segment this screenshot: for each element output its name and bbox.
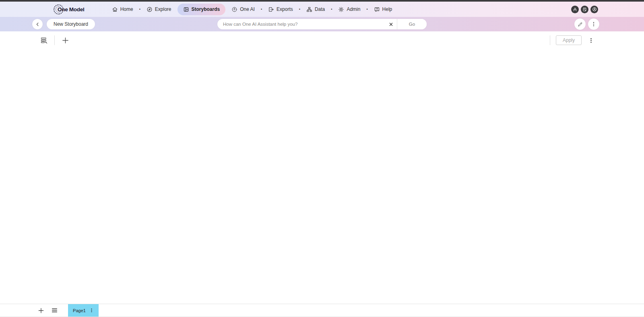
toolbar-divider <box>550 35 550 45</box>
toolbar-divider <box>54 35 55 45</box>
ai-assistant-search: Go <box>217 19 427 29</box>
data-icon <box>306 6 312 12</box>
admin-icon <box>338 6 344 12</box>
nav-admin-label: Admin <box>347 6 360 12</box>
chevron-left-icon <box>35 22 40 27</box>
pencil-icon <box>578 22 583 27</box>
logo-word-one: One <box>58 6 68 12</box>
nav-separator-dot: • <box>139 8 140 11</box>
nav-home-label: Home <box>120 6 133 12</box>
nav-admin[interactable]: Admin <box>337 5 361 14</box>
nav-help[interactable]: Help <box>373 5 393 14</box>
assistant-input[interactable] <box>217 22 385 27</box>
content-list-button[interactable] <box>39 36 49 45</box>
nav-explore[interactable]: Explore <box>146 5 172 14</box>
close-icon <box>388 22 394 27</box>
logo-word-model: Model <box>69 6 85 12</box>
nav-explore-label: Explore <box>155 6 171 12</box>
nav-help-label: Help <box>382 6 392 12</box>
add-widget-button[interactable] <box>60 35 70 45</box>
nav-separator-dot: • <box>331 8 332 11</box>
nav-data-label: Data <box>315 6 325 12</box>
home-icon <box>112 6 118 12</box>
whats-new-icon <box>582 7 587 12</box>
clear-input-button[interactable] <box>385 19 397 29</box>
nav-storyboards-label: Storyboards <box>192 6 220 12</box>
nav-exports-label: Exports <box>277 6 293 12</box>
nav-one-ai-label: One AI <box>240 6 255 12</box>
one-ai-icon <box>231 6 237 12</box>
one-model-logo[interactable]: OneModel <box>54 4 85 14</box>
kebab-menu-icon <box>588 37 594 43</box>
account-button[interactable] <box>590 6 598 13</box>
nav-exports[interactable]: Exports <box>267 5 294 14</box>
nav-separator-dot: • <box>261 8 262 11</box>
page-tab-menu-icon[interactable] <box>89 308 94 313</box>
plus-icon <box>61 36 70 45</box>
whats-new-button[interactable] <box>581 6 588 13</box>
add-page-button[interactable] <box>36 305 46 316</box>
storyboard-title[interactable]: New Storyboard <box>47 19 95 29</box>
storyboard-canvas[interactable] <box>0 49 644 304</box>
page-tab-label: Page1 <box>73 308 86 313</box>
user-management-button[interactable] <box>571 6 579 13</box>
nav-storyboards[interactable]: Storyboards <box>178 4 226 15</box>
nav-separator-dot: • <box>366 8 367 11</box>
storyboard-header-bar: New Storyboard Go <box>0 17 644 31</box>
apply-button[interactable]: Apply <box>556 35 582 45</box>
main-nav: Home • Explore Storyboards One AI <box>111 4 393 15</box>
page-bar: Page1 <box>0 304 644 317</box>
help-icon <box>374 6 380 12</box>
go-button[interactable]: Go <box>397 19 427 29</box>
page-tab-page1[interactable]: Page1 <box>68 304 99 317</box>
plus-icon <box>37 307 45 314</box>
canvas-menu-button[interactable] <box>587 37 595 44</box>
canvas-toolbar: Apply <box>0 31 644 49</box>
top-nav-bar: OneModel Home • Explore Storyboards <box>0 2 644 17</box>
logo-text: OneModel <box>58 6 85 12</box>
nav-home[interactable]: Home <box>111 5 134 14</box>
nav-separator-dot: • <box>299 8 300 11</box>
edit-storyboard-button[interactable] <box>574 19 586 30</box>
nav-one-ai[interactable]: One AI <box>231 5 256 14</box>
back-button[interactable] <box>32 19 43 29</box>
storyboard-header-actions <box>574 19 599 30</box>
top-right-actions <box>571 6 598 13</box>
hamburger-menu-icon <box>51 307 58 314</box>
canvas-toolbar-right: Apply <box>544 35 595 45</box>
exports-icon <box>268 6 274 12</box>
kebab-menu-icon <box>591 21 597 27</box>
storyboards-icon <box>183 6 189 12</box>
page-list-button[interactable] <box>50 305 60 315</box>
account-icon <box>592 7 597 12</box>
storyboard-menu-button[interactable] <box>588 19 599 30</box>
nav-data[interactable]: Data <box>305 5 326 14</box>
user-management-icon <box>573 7 577 12</box>
explore-icon <box>147 6 153 12</box>
canvas-toolbar-left <box>39 35 70 45</box>
content-list-icon <box>40 37 48 44</box>
one-model-app: OneModel Home • Explore Storyboards <box>0 0 644 317</box>
